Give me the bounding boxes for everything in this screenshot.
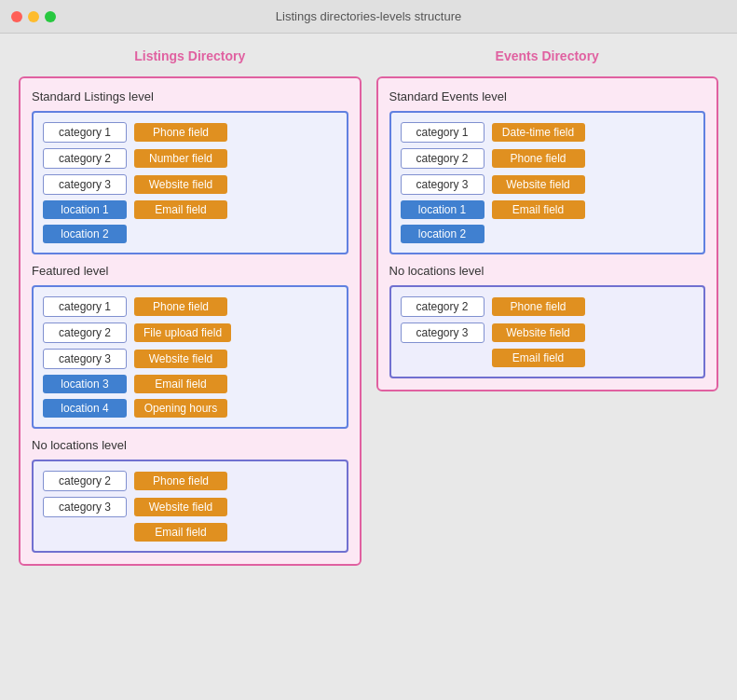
category-badge: category 1 bbox=[401, 122, 485, 143]
field-badge: Website field bbox=[492, 323, 585, 342]
location-badge: location 1 bbox=[43, 200, 127, 219]
category-badge: category 3 bbox=[43, 497, 127, 517]
category-badge: category 2 bbox=[43, 323, 127, 343]
field-badge: Phone field bbox=[492, 149, 585, 168]
level-title: Featured level bbox=[32, 264, 348, 278]
level-inner: category 1Phone fieldcategory 2File uplo… bbox=[32, 285, 348, 429]
row-0: category 2Phone field bbox=[43, 471, 337, 491]
category-badge: category 2 bbox=[401, 296, 485, 317]
level-inner: category 2Phone fieldcategory 3Website f… bbox=[32, 460, 348, 553]
row-2: Email field bbox=[401, 349, 695, 367]
row-3: location 1Email field bbox=[43, 200, 337, 219]
minimize-button[interactable] bbox=[28, 11, 39, 22]
events-directory-col: Events Directory Standard Events levelca… bbox=[376, 48, 719, 566]
field-badge: File upload field bbox=[134, 323, 231, 342]
level-title: Standard Listings level bbox=[32, 89, 348, 103]
field-badge: Email field bbox=[134, 200, 227, 219]
row-1: category 2File upload field bbox=[43, 323, 337, 343]
row-4: location 2 bbox=[43, 225, 337, 243]
events-outer: Standard Events levelcategory 1Date-time… bbox=[376, 76, 719, 391]
level-box-0: Standard Events levelcategory 1Date-time… bbox=[389, 89, 706, 254]
traffic-lights bbox=[11, 11, 56, 22]
level-box-1: No locations levelcategory 2Phone fieldc… bbox=[389, 264, 706, 378]
category-badge: category 2 bbox=[43, 471, 127, 491]
field-badge: Email field bbox=[134, 375, 227, 393]
listings-title: Listings Directory bbox=[134, 48, 245, 63]
category-badge: category 1 bbox=[43, 296, 127, 317]
field-badge: Email field bbox=[492, 349, 585, 367]
close-button[interactable] bbox=[11, 11, 22, 22]
field-badge: Phone field bbox=[134, 472, 227, 490]
row-2: category 3Website field bbox=[43, 174, 337, 195]
level-inner: category 2Phone fieldcategory 3Website f… bbox=[389, 285, 706, 378]
titlebar: Listings directories-levels structure bbox=[0, 0, 737, 34]
category-badge: category 3 bbox=[43, 174, 127, 195]
row-0: category 1Date-time field bbox=[401, 122, 695, 143]
field-badge: Phone field bbox=[492, 297, 585, 316]
field-badge: Email field bbox=[134, 523, 227, 542]
location-badge: location 2 bbox=[401, 225, 485, 243]
location-badge: location 2 bbox=[43, 225, 127, 243]
category-badge: category 1 bbox=[43, 122, 127, 143]
row-3: location 3Email field bbox=[43, 375, 337, 393]
field-badge: Website field bbox=[134, 350, 227, 368]
field-badge: Phone field bbox=[134, 123, 227, 142]
row-0: category 2Phone field bbox=[401, 296, 695, 317]
field-badge: Website field bbox=[134, 175, 227, 194]
level-title: Standard Events level bbox=[389, 89, 706, 103]
location-badge: location 1 bbox=[401, 200, 485, 219]
level-box-0: Standard Listings levelcategory 1Phone f… bbox=[32, 89, 348, 254]
field-badge: Phone field bbox=[134, 297, 227, 316]
level-inner: category 1Date-time fieldcategory 2Phone… bbox=[389, 111, 706, 254]
row-3: location 1Email field bbox=[401, 200, 695, 219]
field-badge: Website field bbox=[492, 175, 585, 194]
field-badge: Date-time field bbox=[492, 123, 585, 142]
row-1: category 2Phone field bbox=[401, 148, 695, 169]
listings-directory-col: Listings Directory Standard Listings lev… bbox=[19, 48, 362, 566]
listings-outer: Standard Listings levelcategory 1Phone f… bbox=[19, 76, 362, 566]
field-badge: Website field bbox=[134, 498, 227, 516]
field-badge: Email field bbox=[492, 200, 585, 219]
row-2: Email field bbox=[43, 523, 337, 542]
category-badge: category 3 bbox=[401, 174, 485, 195]
category-badge: category 3 bbox=[401, 323, 485, 343]
location-badge: location 3 bbox=[43, 375, 127, 393]
level-box-2: No locations levelcategory 2Phone fieldc… bbox=[32, 438, 348, 553]
maximize-button[interactable] bbox=[45, 11, 56, 22]
category-badge: category 2 bbox=[43, 148, 127, 169]
location-badge: location 4 bbox=[43, 399, 127, 418]
window-title: Listings directories-levels structure bbox=[276, 9, 461, 23]
row-1: category 2Number field bbox=[43, 148, 337, 169]
row-2: category 3Website field bbox=[43, 349, 337, 369]
level-inner: category 1Phone fieldcategory 2Number fi… bbox=[32, 111, 348, 254]
row-0: category 1Phone field bbox=[43, 122, 337, 143]
category-badge: category 2 bbox=[401, 148, 485, 169]
row-2: category 3Website field bbox=[401, 174, 695, 195]
level-title: No locations level bbox=[389, 264, 706, 278]
row-1: category 3Website field bbox=[43, 497, 337, 517]
row-0: category 1Phone field bbox=[43, 296, 337, 317]
field-badge: Number field bbox=[134, 149, 227, 168]
category-badge: category 3 bbox=[43, 349, 127, 369]
events-title: Events Directory bbox=[496, 48, 599, 63]
level-title: No locations level bbox=[32, 438, 348, 452]
row-4: location 2 bbox=[401, 225, 695, 243]
level-box-1: Featured levelcategory 1Phone fieldcateg… bbox=[32, 264, 348, 429]
row-1: category 3Website field bbox=[401, 323, 695, 343]
field-badge: Opening hours bbox=[134, 399, 227, 418]
row-4: location 4Opening hours bbox=[43, 399, 337, 418]
